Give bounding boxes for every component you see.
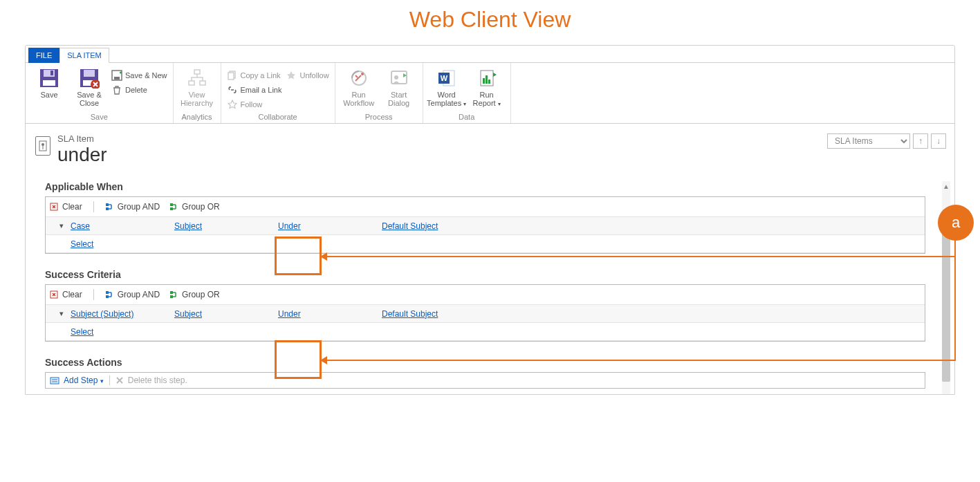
applicable-when-heading: Applicable When <box>45 181 925 192</box>
start-dialog-button[interactable]: Start Dialog <box>381 66 417 109</box>
app-window: FILE SLA ITEM Save Save & Close <box>25 45 955 395</box>
delete-step-icon <box>115 376 124 384</box>
group-and-icon <box>105 290 115 299</box>
tab-file[interactable]: FILE <box>28 48 59 63</box>
select-link[interactable]: Select <box>71 327 93 337</box>
save-close-icon <box>78 67 100 89</box>
link-icon <box>227 84 238 95</box>
record-title: under <box>57 145 107 165</box>
chevron-down-icon[interactable]: ▾ <box>59 309 71 318</box>
copy-link-button[interactable]: Copy a Link <box>227 68 282 82</box>
success-criteria-heading: Success Criteria <box>45 269 925 280</box>
success-criteria-condition-box: Clear Group AND Group OR ▾ Subj <box>45 284 925 342</box>
applicable-when-condition-box: Clear Group AND Group OR ▾ Case <box>45 196 925 254</box>
group-and-icon <box>105 202 115 212</box>
attribute-link[interactable]: Subject <box>174 221 202 231</box>
unfollow-button[interactable]: Unfollow <box>286 68 329 82</box>
save-button[interactable]: Save <box>31 66 67 100</box>
record-header: SLA Item under <box>35 133 954 181</box>
svg-rect-10 <box>194 70 200 74</box>
operator-link[interactable]: Under <box>278 309 301 319</box>
chevron-down-icon[interactable]: ▾ <box>59 221 71 230</box>
star-filled-icon <box>286 70 297 81</box>
run-report-button[interactable]: Run Report ▾ <box>469 66 505 109</box>
delete-button[interactable]: Delete <box>111 83 167 97</box>
entity-badge-icon <box>35 136 50 156</box>
save-new-icon <box>111 70 122 81</box>
view-hierarchy-button[interactable]: View Hierarchy <box>179 66 215 109</box>
svg-rect-32 <box>170 207 173 210</box>
ribbon-group-process-label: Process <box>341 111 417 123</box>
email-link-button[interactable]: Email a Link <box>227 83 282 97</box>
svg-point-16 <box>361 73 364 75</box>
attribute-link[interactable]: Subject <box>174 309 202 319</box>
group-and-button[interactable]: Group AND <box>105 202 160 212</box>
next-record-button[interactable]: ↓ <box>931 133 946 149</box>
prev-record-button[interactable]: ↑ <box>913 133 928 149</box>
entity-link[interactable]: Case <box>71 221 90 231</box>
content-area: SLA Item under SLA Items ↑ ↓ ▲ Applicabl… <box>26 124 954 394</box>
condition-row: ▾ Case Subject Under Default Subject <box>46 217 925 235</box>
svg-rect-36 <box>170 291 173 294</box>
star-icon <box>227 99 238 110</box>
svg-rect-35 <box>106 295 109 298</box>
condition-row: ▾ Subject (Subject) Subject Under Defaul… <box>46 305 925 323</box>
entity-link[interactable]: Subject (Subject) <box>71 309 133 319</box>
tab-sla-item[interactable]: SLA ITEM <box>59 48 109 63</box>
clear-button[interactable]: Clear <box>50 202 82 212</box>
svg-rect-24 <box>486 75 488 84</box>
ribbon-group-data-label: Data <box>429 111 505 123</box>
add-step-button[interactable]: Add Step ▾ <box>64 376 104 385</box>
select-row: Select <box>46 235 925 253</box>
word-icon: W <box>436 67 458 89</box>
vertical-scrollbar[interactable]: ▲ <box>942 181 950 394</box>
svg-rect-23 <box>483 78 485 84</box>
svg-rect-11 <box>189 81 194 85</box>
svg-rect-1 <box>43 80 55 86</box>
run-workflow-button[interactable]: Run Workflow <box>341 66 377 109</box>
group-or-icon <box>169 290 179 299</box>
group-or-icon <box>169 202 179 212</box>
success-actions-heading: Success Actions <box>45 357 925 368</box>
copy-link-icon <box>227 70 238 81</box>
select-row: Select <box>46 323 925 341</box>
group-and-button[interactable]: Group AND <box>105 290 160 299</box>
tab-strip: FILE SLA ITEM <box>26 46 954 62</box>
view-selector[interactable]: SLA Items <box>827 133 910 149</box>
svg-text:W: W <box>440 74 447 82</box>
save-new-button[interactable]: Save & New <box>111 68 167 82</box>
success-actions-box: Add Step ▾ Delete this step. <box>45 372 925 389</box>
report-icon <box>476 67 498 89</box>
save-icon <box>38 67 60 89</box>
operator-link[interactable]: Under <box>278 221 301 231</box>
clear-button[interactable]: Clear <box>50 290 82 299</box>
svg-rect-34 <box>106 291 109 294</box>
entity-type-label: SLA Item <box>57 133 107 144</box>
clear-icon <box>50 202 59 212</box>
value-link[interactable]: Default Subject <box>382 309 438 319</box>
ribbon-group-analytics-label: Analytics <box>179 111 215 123</box>
save-close-button[interactable]: Save & Close <box>71 66 107 109</box>
ribbon-group-collaborate-label: Collaborate <box>227 111 329 123</box>
hierarchy-icon <box>186 67 208 89</box>
page-heading: Web Client View <box>0 0 980 45</box>
scroll-up-icon[interactable]: ▲ <box>942 181 950 191</box>
ribbon-group-save-label: Save <box>31 111 167 123</box>
group-or-button[interactable]: Group OR <box>169 202 220 212</box>
scrollbar-thumb[interactable] <box>942 230 950 382</box>
add-step-icon <box>50 376 59 385</box>
view-navigator: SLA Items ↑ ↓ <box>827 133 946 149</box>
workflow-icon <box>348 67 370 89</box>
svg-rect-9 <box>114 77 120 80</box>
svg-rect-29 <box>106 203 109 206</box>
svg-point-18 <box>394 75 398 80</box>
select-link[interactable]: Select <box>71 239 93 249</box>
word-templates-button[interactable]: W Word Templates ▾ <box>429 66 465 109</box>
value-link[interactable]: Default Subject <box>382 221 438 231</box>
svg-rect-37 <box>170 295 173 298</box>
group-or-button[interactable]: Group OR <box>169 290 220 299</box>
trash-icon <box>111 84 122 95</box>
svg-point-27 <box>41 143 44 146</box>
svg-rect-31 <box>170 203 173 206</box>
follow-button[interactable]: Follow <box>227 98 282 111</box>
